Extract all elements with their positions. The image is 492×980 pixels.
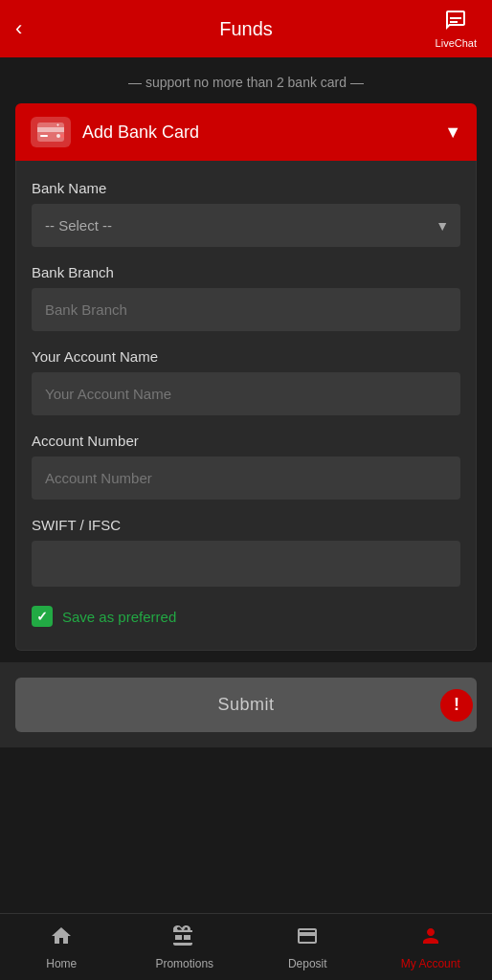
add-bank-card-chevron-icon: ▼ xyxy=(444,122,461,143)
bank-name-select-wrapper: -- Select -- ▼ xyxy=(32,204,460,247)
submit-button[interactable]: Submit xyxy=(15,678,477,732)
account-name-label: Your Account Name xyxy=(32,348,460,365)
svg-rect-1 xyxy=(450,21,458,23)
add-bank-card-label: Add Bank Card xyxy=(82,122,199,143)
svg-point-5 xyxy=(56,134,60,138)
deposit-icon xyxy=(296,924,319,953)
submit-area: Submit ! xyxy=(0,662,492,747)
svg-point-6 xyxy=(60,134,64,138)
home-icon xyxy=(50,924,73,953)
account-number-group: Account Number xyxy=(32,433,460,500)
save-preferred-row: ✓ Save as preferred xyxy=(32,606,460,627)
nav-item-my-account[interactable]: My Account xyxy=(369,914,493,980)
support-notice: — support no more than 2 bank card — xyxy=(0,57,492,103)
bank-card-icon: + xyxy=(31,117,71,147)
bank-name-select[interactable]: -- Select -- xyxy=(32,204,460,247)
nav-deposit-label: Deposit xyxy=(288,957,327,970)
checkmark-icon: ✓ xyxy=(36,609,48,624)
livechat-button[interactable]: LiveChat xyxy=(436,9,477,49)
header-title: Funds xyxy=(219,18,273,40)
bank-branch-group: Bank Branch xyxy=(32,264,460,331)
add-bank-card-form: Bank Name -- Select -- ▼ Bank Branch You… xyxy=(15,161,477,651)
bank-branch-input[interactable] xyxy=(32,288,460,331)
svg-rect-3 xyxy=(37,127,64,132)
bank-branch-label: Bank Branch xyxy=(32,264,460,280)
livechat-label: LiveChat xyxy=(436,37,477,49)
back-button[interactable]: ‹ xyxy=(15,16,22,41)
error-icon: ! xyxy=(454,695,459,715)
promotions-icon xyxy=(173,924,196,953)
account-number-label: Account Number xyxy=(32,433,460,449)
nav-my-account-label: My Account xyxy=(401,957,460,970)
nav-item-deposit[interactable]: Deposit xyxy=(246,914,369,980)
nav-home-label: Home xyxy=(46,957,77,970)
nav-item-promotions[interactable]: Promotions xyxy=(123,914,247,980)
save-preferred-checkbox[interactable]: ✓ xyxy=(32,606,53,627)
my-account-icon xyxy=(419,924,442,953)
swift-input[interactable] xyxy=(32,541,460,587)
nav-promotions-label: Promotions xyxy=(155,957,213,970)
account-name-input[interactable] xyxy=(32,372,460,415)
app-header: ‹ Funds LiveChat xyxy=(0,0,492,57)
svg-rect-4 xyxy=(40,135,48,137)
save-preferred-label: Save as preferred xyxy=(62,609,176,625)
account-number-input[interactable] xyxy=(32,457,460,500)
swift-group: SWIFT / IFSC xyxy=(32,517,460,587)
livechat-icon xyxy=(444,9,467,37)
bottom-navigation: Home Promotions Deposit My Account xyxy=(0,913,492,980)
svg-text:+: + xyxy=(56,122,59,127)
account-name-group: Your Account Name xyxy=(32,348,460,415)
nav-item-home[interactable]: Home xyxy=(0,914,123,980)
add-bank-card-header[interactable]: + Add Bank Card ▼ xyxy=(15,103,477,161)
svg-rect-0 xyxy=(450,17,461,19)
back-icon: ‹ xyxy=(15,16,22,41)
bank-name-label: Bank Name xyxy=(32,180,460,196)
bank-name-group: Bank Name -- Select -- ▼ xyxy=(32,180,460,247)
add-bank-card-left: + Add Bank Card xyxy=(31,117,199,147)
swift-label: SWIFT / IFSC xyxy=(32,517,460,533)
error-badge: ! xyxy=(440,689,473,722)
